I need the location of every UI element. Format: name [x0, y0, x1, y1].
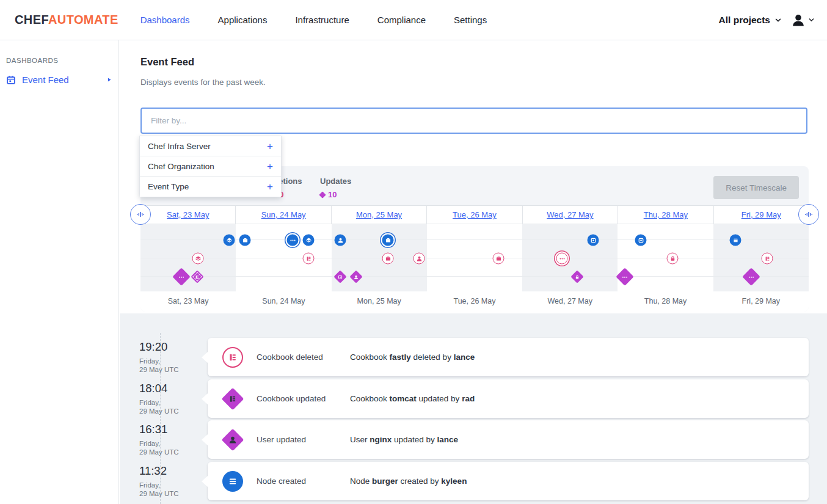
projects-dropdown[interactable]: All projects: [719, 15, 782, 26]
projects-dropdown-label: All projects: [719, 15, 770, 26]
timeline-event-deletion[interactable]: [303, 253, 315, 265]
nav-item-compliance[interactable]: Compliance: [377, 15, 426, 25]
plus-icon[interactable]: +: [267, 161, 273, 172]
timeline-event-deletion[interactable]: [382, 253, 394, 265]
ellipsis-icon: [616, 268, 634, 286]
feed-day: Friday,: [139, 440, 180, 448]
feed-time: 19:20Friday,29 May UTC: [139, 340, 180, 374]
timeline-event-update[interactable]: [745, 271, 758, 283]
timeline-event-creation[interactable]: [335, 235, 346, 246]
plus-icon[interactable]: +: [267, 181, 273, 192]
nav-item-dashboards[interactable]: Dashboards: [140, 15, 190, 25]
day-header-cell: Fri, 29 May: [713, 206, 809, 224]
timescale-handle-right[interactable]: [798, 204, 819, 225]
day-link-5[interactable]: Thu, 28 May: [644, 210, 688, 219]
day-link-4[interactable]: Wed, 27 May: [547, 210, 593, 219]
user-avatar-icon: [792, 13, 805, 27]
timeline-event-update[interactable]: [619, 271, 632, 283]
feed-date: 29 May UTC: [139, 407, 180, 416]
timeline-event-update[interactable]: [352, 272, 361, 282]
timeline-event-creation[interactable]: [287, 235, 299, 246]
feed-time-value: 19:20: [139, 340, 180, 354]
nav-item-applications[interactable]: Applications: [218, 15, 268, 25]
filter-option-label: Chef Infra Server: [148, 142, 211, 151]
timeline-event-creation[interactable]: [588, 235, 599, 246]
timeline-event-update[interactable]: [193, 272, 202, 282]
cookbook-icon: [222, 347, 243, 368]
reset-timescale-button[interactable]: Reset Timescale: [713, 176, 799, 199]
feed-entity-name: fastly: [390, 352, 411, 362]
timeline-day-footer: Sat, 23 MaySun, 24 MayMon, 25 MayTue, 26…: [140, 291, 809, 312]
timeline-event-deletion[interactable]: [192, 253, 204, 265]
day-footer-label: Sat, 23 May: [140, 291, 236, 312]
caret-right-icon[interactable]: [106, 76, 112, 83]
person-icon: [222, 429, 243, 450]
timeline-event-update[interactable]: [175, 271, 188, 283]
timeline-event-creation[interactable]: [303, 235, 315, 246]
timeline-body: [140, 224, 809, 291]
plus-icon[interactable]: +: [267, 141, 273, 152]
feed-entity-name: lance: [454, 352, 475, 362]
timeline-event-update[interactable]: [573, 272, 582, 282]
sidebar-item-label: Event Feed: [22, 75, 69, 85]
timeline-day-header: Sat, 23 MaySun, 24 MayMon, 25 MayTue, 26…: [140, 205, 809, 224]
timeline-event-deletion[interactable]: [556, 253, 568, 265]
day-header-cell: Sun, 24 May: [235, 206, 330, 224]
day-link-2[interactable]: Mon, 25 May: [356, 210, 402, 219]
timeline-event-deletion[interactable]: [493, 253, 505, 265]
brand-logo[interactable]: CHEFAUTOMATE: [15, 13, 118, 27]
top-nav-right: All projects: [719, 13, 815, 27]
timeline-event-deletion[interactable]: [667, 253, 679, 265]
calendar-icon: [6, 75, 16, 85]
timescale-handle-left[interactable]: [130, 204, 151, 225]
timeline-event-deletion[interactable]: [762, 253, 773, 265]
cookbook-icon: [303, 253, 315, 265]
day-link-0[interactable]: Sat, 23 May: [167, 210, 209, 219]
timeline-event-creation[interactable]: [730, 235, 741, 246]
filter-option-event-type[interactable]: Event Type+: [140, 177, 281, 197]
feed-time-date: Friday,29 May UTC: [139, 481, 180, 498]
lock-icon: [667, 253, 679, 265]
feed-entity-name: rad: [462, 394, 475, 403]
timeline-event-creation[interactable]: [635, 235, 647, 246]
feed-entity-name: tomcat: [390, 394, 417, 403]
feed-date: 29 May UTC: [139, 448, 180, 457]
timeline-event-deletion[interactable]: [414, 253, 425, 265]
briefcase-icon: [382, 253, 394, 265]
day-link-1[interactable]: Sun, 24 May: [261, 210, 306, 219]
feed-event-description: Cookbook fastly deleted by lance: [350, 352, 475, 362]
lock-icon: [570, 270, 583, 283]
day-header-cell: Sat, 23 May: [140, 206, 235, 224]
feed-event-type: Node created: [257, 477, 350, 486]
day-header-cell: Wed, 27 May: [522, 206, 618, 224]
day-link-3[interactable]: Tue, 26 May: [453, 210, 497, 219]
layers-icon: [303, 235, 315, 246]
day-footer-label: Fri, 29 May: [713, 291, 809, 312]
feed-time: 16:31Friday,29 May UTC: [139, 423, 180, 456]
person-icon: [349, 270, 362, 283]
feed-entity-name: burger: [372, 477, 398, 486]
timeline-event-update[interactable]: [336, 272, 345, 282]
filter-input[interactable]: [140, 108, 807, 134]
timeline-event-creation[interactable]: [239, 235, 251, 246]
person-icon: [335, 235, 346, 246]
feed-card-cookbook-updated: Cookbook updatedCookbook tomcat updated …: [208, 379, 809, 418]
feed-desc-text: deleted by: [411, 352, 454, 362]
filter-option-chef-organization[interactable]: Chef Organization+: [140, 156, 281, 177]
user-menu[interactable]: [792, 13, 815, 27]
feed-card-user-updated: User updatedUser nginx updated by lance: [208, 420, 809, 459]
nav-item-infrastructure[interactable]: Infrastructure: [295, 15, 349, 25]
feed-entity-name: lance: [437, 435, 459, 444]
filter-option-label: Chef Organization: [148, 162, 214, 171]
timeline-event-creation[interactable]: [382, 235, 394, 246]
sidebar: DASHBOARDS Event Feed: [0, 40, 119, 504]
day-header-cell: Tue, 26 May: [426, 206, 522, 224]
nav-item-settings[interactable]: Settings: [454, 15, 487, 25]
feed-day: Friday,: [139, 481, 180, 490]
filter-option-chef-infra-server[interactable]: Chef Infra Server+: [140, 136, 281, 156]
day-link-6[interactable]: Fri, 29 May: [741, 210, 781, 219]
sidebar-item-event-feed[interactable]: Event Feed: [6, 75, 112, 85]
day-footer-label: Wed, 27 May: [522, 291, 618, 312]
timeline-event-creation[interactable]: [224, 235, 235, 246]
briefcase-icon: [382, 235, 394, 246]
